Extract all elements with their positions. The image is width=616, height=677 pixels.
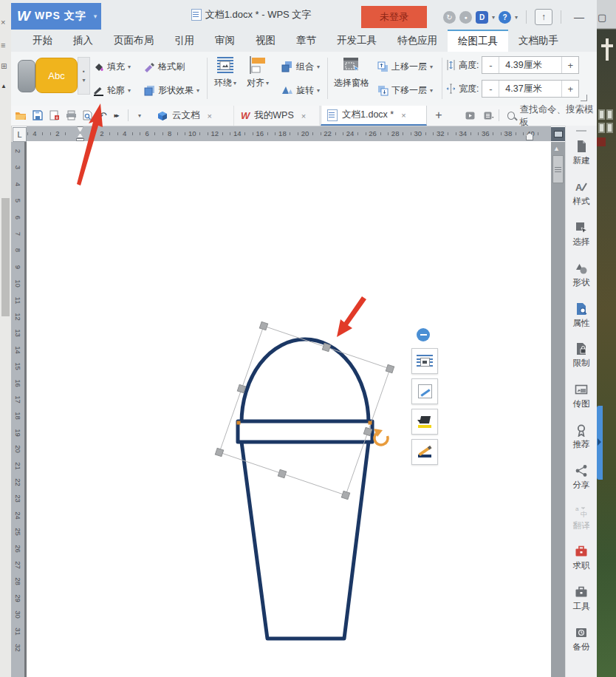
shape-style-previous[interactable] (18, 60, 35, 92)
doc-tab-mywps[interactable]: W 我的WPS × (235, 106, 320, 126)
tab-special-features[interactable]: 特色应用 (387, 30, 448, 52)
close-tab-icon[interactable]: × (401, 111, 405, 120)
tab-page-layout[interactable]: 页面布局 (103, 30, 164, 52)
undo-icon[interactable]: ↶ (96, 109, 109, 122)
tab-section[interactable]: 章节 (286, 30, 326, 52)
scroll-up-icon[interactable]: ▲ (553, 145, 560, 152)
sidebar-item-tools[interactable]: 工具 (566, 579, 597, 619)
scrollbar-thumb[interactable] (552, 155, 564, 183)
tab-drawing-tools[interactable]: 绘图工具 (448, 30, 508, 52)
ruler-number: 19 (14, 427, 22, 438)
vertical-ruler[interactable]: 2345678910111213141516171819202122232425… (11, 142, 24, 677)
fill-button[interactable]: 填充 ▾ (93, 58, 131, 75)
print-preview-icon[interactable] (81, 109, 94, 122)
chevron-down-icon[interactable]: ▾ (94, 13, 97, 20)
doc-tab-document1[interactable]: 文档1.docx * × (321, 106, 427, 126)
docer-icon[interactable]: D (476, 11, 488, 24)
shape-style-button[interactable] (411, 378, 438, 404)
align-button[interactable]: 对齐▾ (243, 55, 273, 89)
close-tab-icon[interactable]: × (208, 112, 212, 120)
maximize-button[interactable]: ▢ (592, 12, 612, 23)
width-increment-button[interactable]: + (562, 81, 578, 97)
rotate-handle[interactable] (374, 429, 388, 445)
sidebar-item-share[interactable]: 分享 (566, 457, 597, 497)
format-painter-button[interactable]: 格式刷 (144, 58, 185, 75)
export-pdf-icon[interactable] (48, 109, 61, 122)
selection-pane-button[interactable]: 选择窗格 (330, 55, 373, 89)
help-icon[interactable]: ? (499, 11, 511, 24)
tab-start[interactable]: 开始 (22, 30, 63, 52)
session-icon[interactable] (463, 109, 476, 122)
tab-review[interactable]: 审阅 (205, 30, 245, 52)
tab-stop-selector[interactable]: L (13, 127, 27, 142)
sidebar-item-shapes[interactable]: 形状 (566, 254, 597, 295)
new-tab-button[interactable]: + (432, 109, 445, 122)
horizontal-ruler[interactable]: 42246810121416182022242628303234363840 (27, 126, 551, 141)
open-folder-icon[interactable] (14, 109, 27, 122)
tab-list-icon[interactable] (482, 109, 496, 122)
height-increment-button[interactable]: + (562, 57, 578, 73)
tab-developer[interactable]: 开发工具 (326, 30, 387, 52)
sidebar-item-select[interactable]: 选择 (566, 214, 597, 255)
quick-access-more-icon[interactable]: ▾ (133, 109, 146, 122)
save-icon[interactable] (31, 109, 44, 122)
vertical-scrollbar[interactable]: ▲ (551, 142, 565, 677)
cup-shape[interactable] (238, 339, 372, 639)
left-indent-marker[interactable] (76, 138, 84, 141)
background-grid-icon: ⊞ (1, 62, 7, 70)
chevron-down-icon[interactable]: ▾ (492, 14, 495, 21)
height-decrement-button[interactable]: - (482, 57, 499, 73)
doc-tab-cloud[interactable]: 云文档 × (151, 106, 234, 126)
chevron-down-icon[interactable]: ▾ (515, 14, 518, 21)
bring-forward-button[interactable]: 上移一层 ▾ (377, 58, 433, 75)
hidden-panel-tab[interactable] (597, 406, 603, 480)
width-value[interactable]: 4.37厘米 (499, 81, 562, 97)
tab-insert[interactable]: 插入 (63, 30, 103, 52)
shape-style-gallery-more[interactable]: ▪▾ (78, 57, 90, 95)
ruler-toggle-icon[interactable] (551, 127, 565, 141)
ruler-number: 36 (479, 129, 491, 137)
fill-color-button[interactable] (411, 409, 438, 435)
height-value[interactable]: 4.39厘米 (499, 57, 562, 73)
sidebar-item-new[interactable]: 新建 (566, 133, 597, 174)
width-decrement-button[interactable]: - (482, 81, 499, 97)
tab-doc-assistant[interactable]: 文档助手 (508, 30, 569, 52)
sidebar-handle[interactable] (576, 130, 586, 132)
tab-references[interactable]: 引用 (164, 30, 205, 52)
wrap-button[interactable]: 环绕▾ (211, 55, 240, 89)
layout-options-button[interactable] (411, 348, 438, 374)
sidebar-item-translate[interactable]: a中 翻译 (566, 497, 597, 538)
shape-style-preview[interactable]: Abc (35, 58, 78, 93)
hide-ribbon-icon[interactable]: ↑ (535, 9, 552, 25)
sidebar-item-recommend[interactable]: 推荐 (566, 417, 597, 457)
sidebar-item-properties[interactable]: 属性 (566, 295, 597, 336)
collapse-toolbar-button[interactable] (417, 328, 430, 341)
chevron-down-icon: ▾ (430, 64, 433, 70)
outline-button[interactable]: 轮廓 ▾ (93, 81, 131, 99)
sidebar-item-backup[interactable]: 备份 (566, 619, 597, 660)
desktop-background (597, 0, 616, 677)
adjust-handle-right (369, 421, 372, 425)
minimize-button[interactable]: — (569, 11, 589, 23)
close-tab-icon[interactable]: × (301, 112, 306, 120)
status-icon[interactable]: ● (459, 11, 472, 24)
sidebar-item-restrict[interactable]: 限制 (566, 336, 597, 376)
redo-icon[interactable]: ▸▸ (109, 109, 123, 122)
sidebar-item-upload-image[interactable]: 传图 (566, 376, 597, 417)
login-button[interactable]: 未登录 (361, 6, 427, 28)
send-backward-button[interactable]: 下移一层 ▾ (377, 81, 433, 99)
ruler-number: 12 (14, 312, 22, 322)
command-search[interactable]: 查找命令、搜索模板 (507, 106, 597, 126)
outline-color-button[interactable] (411, 439, 438, 465)
sidebar-item-styles[interactable]: A 样式 (566, 174, 597, 214)
sync-icon[interactable]: ↻ (443, 11, 456, 24)
sidebar-item-job[interactable]: 求职 (566, 538, 597, 579)
wps-logo[interactable]: W WPS 文字 ▾ (11, 3, 101, 30)
tab-view[interactable]: 视图 (245, 30, 286, 52)
group-button[interactable]: 组合 ▾ (281, 58, 320, 75)
rotate-button[interactable]: 旋转 ▾ (281, 81, 320, 99)
shape-effects-button[interactable]: 形状效果 ▾ (144, 81, 199, 99)
size-dialog-launcher-icon[interactable] (581, 95, 587, 101)
print-icon[interactable] (64, 109, 78, 122)
ruler-number: 13 (14, 328, 22, 338)
